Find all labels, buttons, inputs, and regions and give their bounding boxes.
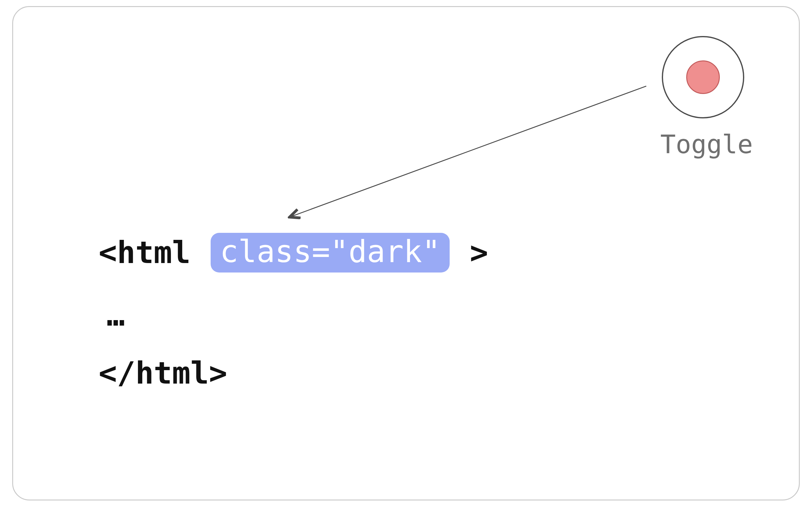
- toggle-group: Toggle: [660, 36, 746, 159]
- svg-line-0: [290, 86, 646, 217]
- record-dot-icon: [686, 60, 720, 94]
- toggle-label: Toggle: [660, 129, 746, 159]
- diagram-card: Toggle <html class="dark" > … </html>: [12, 6, 800, 501]
- class-attribute-highlight: class="dark": [211, 233, 449, 272]
- code-line-close: </html>: [99, 358, 488, 388]
- html-open-suffix: >: [470, 237, 488, 268]
- html-close: </html>: [99, 358, 227, 388]
- ellipsis-text: …: [99, 300, 129, 331]
- code-line-open: <html class="dark" >: [99, 233, 488, 272]
- html-open-prefix: <html: [99, 237, 191, 268]
- code-block: <html class="dark" > … </html>: [99, 233, 488, 388]
- toggle-button[interactable]: [662, 36, 744, 118]
- code-line-ellipsis: …: [99, 300, 488, 331]
